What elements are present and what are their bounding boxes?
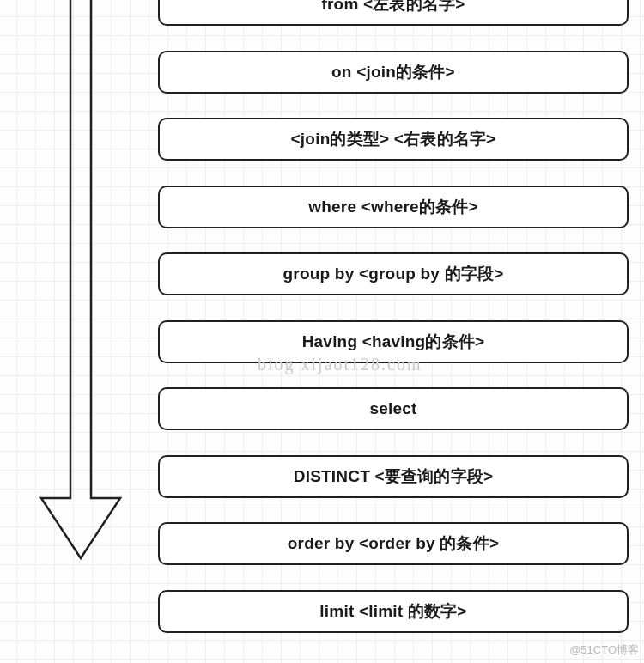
step-label: Having <having的条件> bbox=[302, 331, 485, 353]
step-distinct: DISTINCT <要查询的字段> bbox=[158, 455, 629, 498]
step-from: from <左表的名字> bbox=[158, 0, 629, 26]
step-label: DISTINCT <要查询的字段> bbox=[294, 465, 493, 488]
step-group-by: group by <group by 的字段> bbox=[158, 252, 629, 295]
step-label: where <where的条件> bbox=[308, 196, 478, 218]
step-join: <join的类型> <右表的名字> bbox=[158, 118, 629, 161]
step-label: on <join的条件> bbox=[331, 61, 455, 83]
step-label: from <左表的名字> bbox=[321, 0, 465, 15]
step-order-by: order by <order by 的条件> bbox=[158, 522, 629, 565]
step-list: from <左表的名字> on <join的条件> <join的类型> <右表的… bbox=[158, 0, 629, 657]
step-label: select bbox=[369, 399, 416, 418]
flow-arrow bbox=[29, 0, 132, 567]
step-on: on <join的条件> bbox=[158, 51, 629, 94]
step-label: order by <order by 的条件> bbox=[288, 532, 499, 555]
arrow-down-icon bbox=[29, 0, 132, 567]
step-having: Having <having的条件> bbox=[158, 320, 629, 363]
step-label: limit <limit 的数字> bbox=[319, 600, 466, 623]
step-label: group by <group by 的字段> bbox=[283, 263, 504, 285]
step-label: <join的类型> <右表的名字> bbox=[291, 128, 496, 150]
step-select: select bbox=[158, 387, 629, 430]
step-where: where <where的条件> bbox=[158, 186, 629, 228]
step-limit: limit <limit 的数字> bbox=[158, 590, 629, 633]
diagram-container: from <左表的名字> on <join的条件> <join的类型> <右表的… bbox=[0, 0, 644, 663]
